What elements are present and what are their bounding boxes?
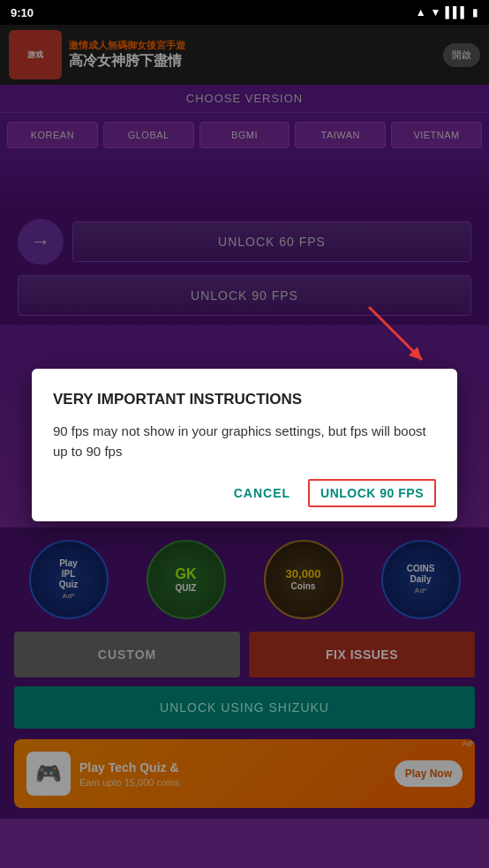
signal-icon: ▌▌▌ <box>445 6 468 19</box>
unlock-90-dialog-button[interactable]: UNLOCK 90 FPS <box>308 479 436 507</box>
dialog-title: VERY IMPORTANT INSTRUCTIONS <box>53 390 436 409</box>
battery-icon: ▮ <box>472 6 478 19</box>
status-icons: ▲ ▼ ▌▌▌ ▮ <box>416 6 478 19</box>
dialog-actions: CANCEL UNLOCK 90 FPS <box>53 479 436 507</box>
notification-icon: ▲ <box>416 6 426 19</box>
important-instructions-dialog: VERY IMPORTANT INSTRUCTIONS 90 fps may n… <box>32 369 457 521</box>
cancel-button[interactable]: CANCEL <box>234 486 290 500</box>
status-time: 9:10 <box>11 6 34 19</box>
wifi-icon: ▼ <box>431 6 441 19</box>
status-bar: 9:10 ▲ ▼ ▌▌▌ ▮ <box>0 0 489 25</box>
dialog-body: 90 fps may not show in your graphics set… <box>53 422 436 461</box>
app-background: 游戏 激情成人無碼御女後宮手遊 高冷女神胯下盡情 開啟 CHOOSE VERSI… <box>0 25 489 868</box>
